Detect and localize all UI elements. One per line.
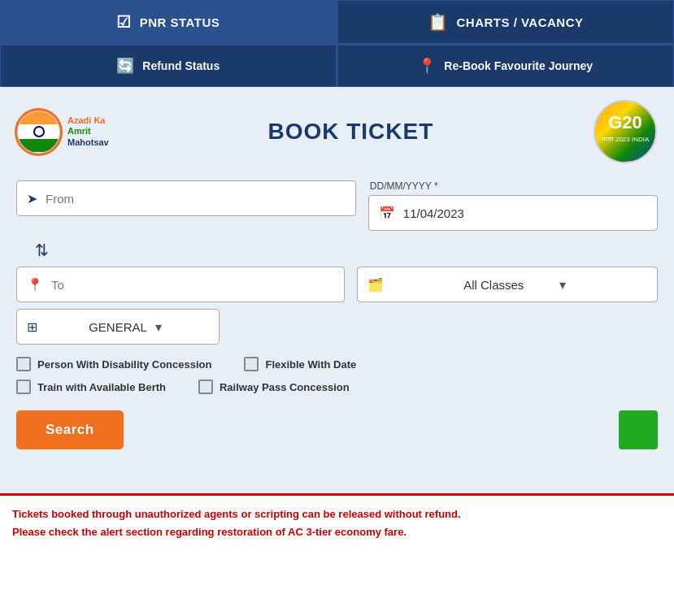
warning-line-1: Tickets booked through unauthorized agen…: [12, 505, 662, 523]
to-class-row: 📍 🗂️ All Classes ▾: [16, 267, 658, 302]
class-select[interactable]: 🗂️ All Classes ▾: [357, 267, 658, 302]
flexible-date-checkbox-label[interactable]: Flexible With Date: [244, 357, 356, 371]
charts-vacancy-label: CHARTS / VACANCY: [456, 15, 583, 29]
refund-status-label: Refund Status: [142, 59, 220, 72]
date-label: DD/MM/YYYY *: [368, 180, 658, 192]
header-row: Azadi Ka Amrit Mahotsav BOOK TICKET: [16, 99, 658, 164]
top-navigation: ☑ PNR STATUS 📋 CHARTS / VACANCY: [0, 0, 674, 44]
location-icon: 📍: [418, 57, 436, 75]
date-wrapper: DD/MM/YYYY * 📅 11/04/2023: [368, 180, 658, 231]
flexible-date-checkbox[interactable]: [244, 357, 259, 371]
search-button[interactable]: Search: [16, 410, 124, 449]
clipboard-icon: 📋: [428, 12, 449, 32]
booking-form: ➤ DD/MM/YYYY * 📅 11/04/2023 ⇅ 📍 🗂️: [16, 180, 658, 449]
swap-row: ⇅: [28, 237, 658, 263]
railpass-checkbox-label[interactable]: Railway Pass Concession: [198, 380, 350, 394]
berth-checkbox[interactable]: [16, 380, 31, 394]
from-field[interactable]: ➤: [16, 180, 356, 216]
destination-icon: 📍: [27, 277, 43, 293]
warning-section: Tickets booked through unauthorized agen…: [0, 493, 674, 551]
g20-svg: G20 भारत 2023 INDIA: [593, 99, 658, 164]
page-title: BOOK TICKET: [109, 119, 593, 145]
navigation-icon: ➤: [27, 191, 37, 206]
warning-line-2: Please check the alert section regarding…: [12, 523, 662, 541]
from-input[interactable]: [46, 192, 346, 206]
svg-text:भारत 2023 INDIA: भारत 2023 INDIA: [602, 136, 650, 143]
main-content: Azadi Ka Amrit Mahotsav BOOK TICKET: [0, 87, 674, 493]
disability-checkbox[interactable]: [16, 357, 31, 371]
refund-status-nav[interactable]: 🔄 Refund Status: [0, 45, 337, 87]
checkbox-icon: ☑: [116, 12, 132, 32]
berth-label: Train with Available Berth: [37, 381, 166, 393]
berth-checkbox-label[interactable]: Train with Available Berth: [16, 380, 166, 394]
checkbox-section: Person With Disability Concession Flexib…: [16, 357, 658, 394]
green-button[interactable]: [619, 410, 658, 449]
to-input[interactable]: [51, 278, 334, 292]
refresh-icon: 🔄: [116, 57, 134, 75]
railpass-label: Railway Pass Concession: [220, 381, 350, 393]
to-field[interactable]: 📍: [16, 267, 345, 302]
calendar-icon: 📅: [379, 206, 395, 221]
disability-label: Person With Disability Concession: [37, 358, 211, 371]
quota-row: ⊞ GENERAL ▾: [16, 309, 658, 345]
pnr-status-nav[interactable]: ☑ PNR STATUS: [0, 0, 337, 44]
checkbox-row-2: Train with Available Berth Railway Pass …: [16, 380, 658, 394]
svg-text:G20: G20: [608, 112, 642, 132]
seat-icon: 🗂️: [367, 277, 455, 293]
azadi-logo: Azadi Ka Amrit Mahotsav: [16, 110, 109, 154]
quota-select[interactable]: ⊞ GENERAL ▾: [16, 309, 220, 345]
rebook-label: Re-Book Favourite Journey: [444, 59, 593, 72]
from-date-row: ➤ DD/MM/YYYY * 📅 11/04/2023: [16, 180, 658, 231]
class-value: All Classes: [463, 278, 551, 292]
quota-value: GENERAL: [89, 320, 147, 334]
railpass-checkbox[interactable]: [198, 380, 213, 394]
second-navigation: 🔄 Refund Status 📍 Re-Book Favourite Jour…: [0, 44, 674, 87]
pnr-status-label: PNR STATUS: [140, 15, 220, 29]
quota-chevron-icon: ▾: [155, 319, 209, 335]
rebook-nav[interactable]: 📍 Re-Book Favourite Journey: [337, 45, 675, 87]
swap-stations-button[interactable]: ⇅: [28, 237, 55, 263]
date-value: 11/04/2023: [403, 206, 464, 220]
charts-vacancy-nav[interactable]: 📋 CHARTS / VACANCY: [337, 0, 675, 44]
checkbox-row-1: Person With Disability Concession Flexib…: [16, 357, 658, 371]
g20-logo: G20 भारत 2023 INDIA: [593, 99, 658, 164]
chevron-down-icon: ▾: [559, 277, 647, 293]
action-row: Search: [16, 410, 658, 449]
date-field[interactable]: 📅 11/04/2023: [368, 195, 658, 231]
flexible-date-label: Flexible With Date: [265, 358, 356, 371]
grid-icon: ⊞: [27, 319, 80, 335]
disability-checkbox-label[interactable]: Person With Disability Concession: [16, 357, 211, 371]
